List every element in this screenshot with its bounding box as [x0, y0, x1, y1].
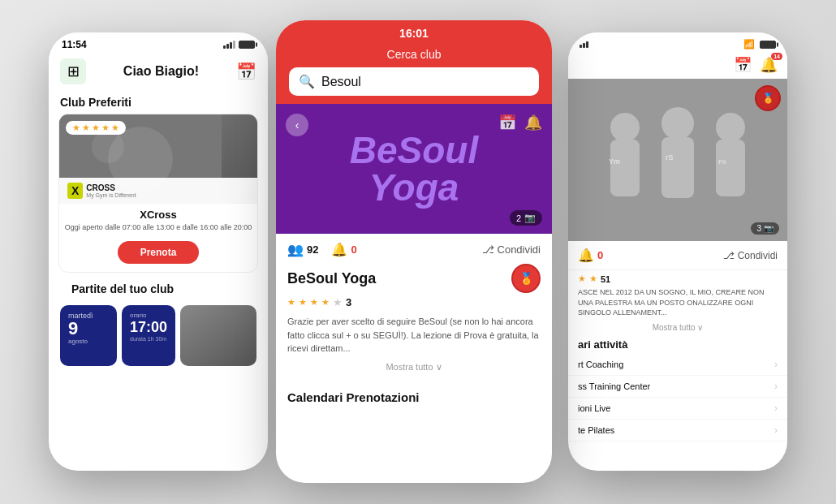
- followers-stat: 👥 92: [287, 242, 318, 257]
- left-header: ⊞ Ciao Biagio! 📅: [49, 54, 268, 91]
- left-signal-icon: [223, 41, 235, 49]
- attivita-label-3: te Pilates: [578, 425, 614, 435]
- hero-icons: 📅 🔔: [498, 114, 542, 131]
- right-club-stats: 🔔 0 ⎇ Condividi: [568, 241, 787, 270]
- club-hours: Oggi aperto dalle 07:00 alle 13:00 e dal…: [59, 222, 257, 238]
- share-icon: ⎇: [482, 243, 494, 256]
- premium-badge: 🏅: [511, 264, 541, 293]
- prenota-button[interactable]: Prenota: [118, 241, 200, 264]
- star2: ★: [82, 123, 90, 133]
- orario-sub: durata 1h 30m: [130, 336, 167, 342]
- camera-icon: 📷: [524, 213, 536, 223]
- rr-star1: ★: [578, 274, 586, 284]
- svg-text:Ym: Ym: [609, 157, 620, 166]
- likes-icon: 🔔: [331, 242, 347, 257]
- right-mostra-tutto[interactable]: Mostra tutto ∨: [568, 321, 787, 335]
- chevron-down-icon: ∨: [436, 362, 442, 372]
- attivita-item-2[interactable]: ioni Live ›: [568, 398, 787, 420]
- followers-count: 92: [307, 243, 318, 256]
- club-hero: ‹ 📅 🔔 BeSoul Yoga 2 📷: [276, 104, 552, 234]
- xcross-logo: X CROSS My Gym is Different: [59, 178, 257, 204]
- club-preferiti-title: Club Preferiti: [49, 91, 268, 114]
- attivita-item-3[interactable]: te Pilates ›: [568, 420, 787, 442]
- r-star3: ★: [310, 297, 318, 308]
- search-bar[interactable]: 🔍 Besoul: [289, 67, 539, 96]
- rating-count: 3: [346, 296, 351, 308]
- partita-day: martedì: [68, 312, 109, 320]
- right-followers-stat: 🔔 0: [578, 248, 603, 263]
- back-button[interactable]: ‹: [286, 114, 308, 136]
- partita-image: [180, 305, 256, 366]
- right-signal-icon: [580, 41, 588, 48]
- right-header: 📅 🔔 14: [568, 53, 787, 79]
- search-header: Cerca club 🔍 Besoul: [276, 43, 552, 104]
- r-star1: ★: [287, 297, 295, 308]
- rr-star2: ★: [589, 274, 597, 284]
- premium-right-badge: 🏅: [755, 85, 781, 111]
- premium-icon: 🏅: [519, 272, 533, 285]
- right-rating-count: 51: [601, 274, 610, 284]
- qr-icon[interactable]: ⊞: [60, 58, 86, 84]
- right-share-icon: ⎇: [723, 250, 735, 261]
- svg-text:rS: rS: [666, 153, 674, 162]
- svg-text:Fit: Fit: [718, 158, 726, 166]
- right-wifi-icon: 📶: [743, 39, 755, 50]
- phone-left: 11:54 ⊞ Ciao Biagio! 📅 Club Preferiti: [49, 32, 268, 471]
- attivita-list: rt Coaching › ss Training Center › ioni …: [568, 354, 787, 442]
- bell-hero-icon[interactable]: 🔔: [524, 114, 542, 131]
- rating-row: ★ ★ ★ ★ ★ 3: [287, 296, 541, 308]
- right-mostra-label: Mostra tutto: [653, 323, 696, 332]
- right-chevron-icon: ∨: [697, 323, 703, 332]
- photo-count: 2: [516, 213, 521, 223]
- svg-point-6: [661, 107, 694, 140]
- left-time: 11:54: [62, 39, 87, 50]
- club-name-text: BeSoul Yoga: [287, 270, 376, 287]
- search-input-value[interactable]: Besoul: [321, 75, 361, 89]
- svg-point-8: [716, 113, 745, 142]
- right-followers-icon: 🔔: [578, 248, 594, 263]
- right-share-label: Condividi: [738, 250, 778, 261]
- star3: ★: [92, 123, 100, 133]
- search-icon: 🔍: [299, 74, 315, 89]
- attivita-chevron-3: ›: [774, 424, 778, 436]
- attivita-item-1[interactable]: ss Training Center ›: [568, 376, 787, 398]
- calendar-right-icon[interactable]: 📅: [734, 56, 752, 74]
- phone-middle: 16:01 Cerca club 🔍 Besoul ‹ 📅 🔔 BeSoul Y…: [276, 20, 552, 483]
- star4: ★: [101, 123, 110, 133]
- camera-right-icon: 📷: [764, 224, 774, 233]
- photo-count-right: 3: [756, 224, 761, 233]
- club-info: 👥 92 🔔 0 ⎇ Condividi BeSoul Yoga 🏅: [276, 234, 552, 387]
- r-star5-empty: ★: [333, 296, 343, 308]
- attivita-chevron-1: ›: [774, 381, 778, 392]
- orario-card: orario 17:00 durata 1h 30m: [122, 305, 175, 366]
- r-star4: ★: [321, 297, 330, 308]
- calendar-hero-icon[interactable]: 📅: [498, 114, 516, 131]
- r-star2: ★: [299, 297, 307, 308]
- attivita-title: ari attività: [568, 335, 787, 354]
- partita-num: 9: [68, 320, 109, 338]
- svg-rect-5: [610, 140, 640, 196]
- xcross-text: CROSS: [86, 183, 136, 192]
- left-battery-icon: [239, 41, 255, 49]
- orario-time: 17:00: [130, 319, 167, 336]
- share-button[interactable]: ⎇ Condividi: [482, 243, 541, 256]
- attivita-chevron-2: ›: [774, 403, 778, 414]
- left-status-bar: 11:54: [49, 32, 268, 54]
- right-share-button[interactable]: ⎇ Condividi: [723, 250, 778, 261]
- mostra-tutto-middle[interactable]: Mostra tutto ∨: [287, 362, 541, 373]
- hero-brand-line2: Yoga: [350, 169, 478, 206]
- right-likes-count: 0: [597, 249, 603, 261]
- share-label: Condividi: [498, 243, 541, 256]
- photo-badge: 2 📷: [510, 210, 542, 226]
- right-status-bar: 📶: [568, 32, 787, 53]
- calendar-icon[interactable]: 📅: [236, 62, 256, 81]
- attivita-item-0[interactable]: rt Coaching ›: [568, 354, 787, 376]
- gym-hero-right: Ym rS Fit 3 📷 🏅: [568, 79, 787, 241]
- club-main-name: BeSoul Yoga 🏅: [287, 264, 541, 293]
- hero-brand-container: BeSoul Yoga: [350, 131, 478, 206]
- phone-right: 📶 📅 🔔 14 Ym rS: [568, 32, 787, 471]
- orario-label: orario: [130, 312, 167, 319]
- svg-point-2: [92, 131, 124, 163]
- notification-badge[interactable]: 🔔 14: [760, 56, 778, 74]
- right-status-icons: 📶: [743, 39, 776, 50]
